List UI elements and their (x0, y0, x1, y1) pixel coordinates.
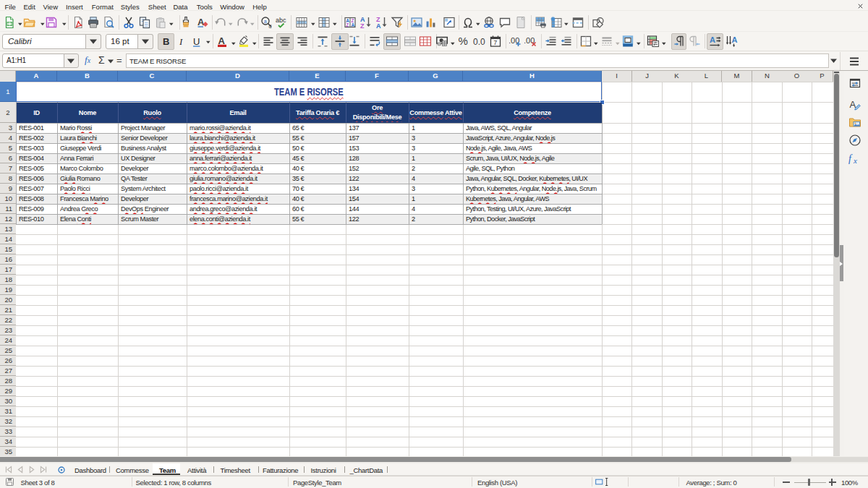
svg-text:abc: abc (276, 17, 286, 24)
svg-text:%: % (459, 35, 468, 47)
svg-text:A: A (197, 17, 205, 27)
svg-text:A: A (218, 35, 226, 46)
svg-text:A: A (352, 22, 355, 27)
svg-text:A: A (376, 22, 381, 29)
svg-text:x: x (853, 156, 857, 165)
svg-text:d: d (269, 24, 272, 29)
svg-text:a: a (264, 19, 267, 24)
svg-text:Z: Z (360, 22, 365, 29)
svg-text:A: A (710, 35, 715, 44)
svg-text:f: f (848, 153, 853, 164)
svg-text:A: A (732, 35, 738, 44)
svg-text:7: 7 (493, 39, 497, 46)
svg-text:0.0: 0.0 (473, 37, 485, 47)
svg-text:Z: Z (346, 22, 349, 27)
